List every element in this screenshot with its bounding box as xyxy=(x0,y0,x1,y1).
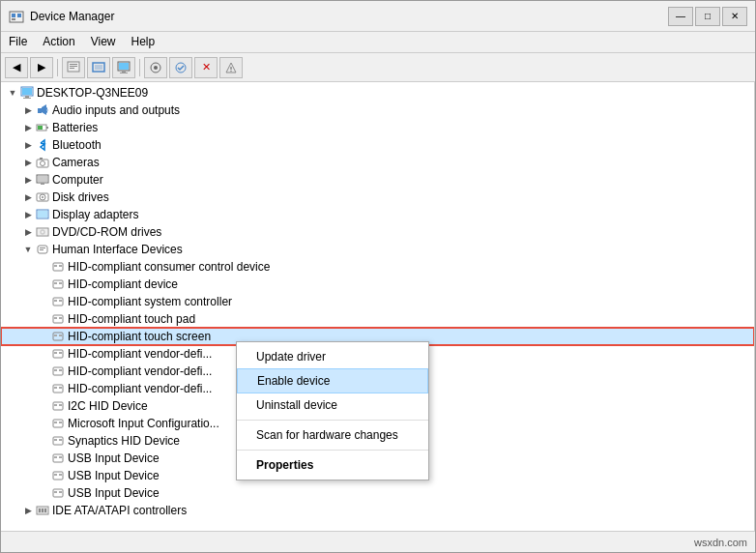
hid-touchpad-spacer xyxy=(36,311,51,327)
back-button[interactable]: ◀ xyxy=(5,57,28,78)
menu-view[interactable]: View xyxy=(83,32,124,52)
i2c-spacer xyxy=(36,398,51,414)
audio-expand-icon[interactable]: ▶ xyxy=(20,102,36,118)
svg-rect-32 xyxy=(38,176,47,182)
tree-item-hid[interactable]: ▼ Human Interface Devices xyxy=(1,241,754,258)
hid-vendor2-spacer xyxy=(36,364,51,379)
dvd-expand-icon[interactable]: ▶ xyxy=(20,224,36,240)
svg-rect-59 xyxy=(59,335,62,336)
uninstall-button[interactable]: ✕ xyxy=(194,57,218,78)
close-button[interactable]: ✕ xyxy=(722,7,747,26)
tree-item-hid-touchpad[interactable]: HID-compliant touch pad xyxy=(1,310,754,328)
hid-vendor3-spacer xyxy=(36,381,51,396)
svg-rect-71 xyxy=(59,404,62,406)
tree-item-batteries[interactable]: ▶ Batteries xyxy=(1,119,754,136)
menu-help[interactable]: Help xyxy=(124,32,163,52)
computer-dev-icon xyxy=(36,173,49,187)
ctx-uninstall-device[interactable]: Uninstall device xyxy=(237,393,428,417)
tree-item-diskdrives[interactable]: ▶ Disk drives xyxy=(1,189,754,206)
menu-file[interactable]: File xyxy=(1,32,35,52)
main-content: ▼ DESKTOP-Q3NEE09 ▶ xyxy=(1,82,755,531)
hid-label: Human Interface Devices xyxy=(52,243,183,256)
minimize-button[interactable]: — xyxy=(668,7,693,26)
tree-root[interactable]: ▼ DESKTOP-Q3NEE09 xyxy=(1,84,754,102)
title-bar: Device Manager — □ ✕ xyxy=(1,1,755,32)
tree-item-display[interactable]: ▶ Display adapters xyxy=(1,206,754,223)
svg-rect-76 xyxy=(54,439,57,441)
svg-rect-70 xyxy=(54,404,57,406)
menu-action[interactable]: Action xyxy=(35,32,82,52)
scan-hardware-button[interactable] xyxy=(219,57,243,78)
computer-button[interactable] xyxy=(112,57,135,78)
update-driver-button[interactable] xyxy=(144,57,167,78)
audio-label: Audio inputs and outputs xyxy=(52,103,180,117)
ctx-update-driver[interactable]: Update driver xyxy=(237,345,428,368)
ctx-scan-hardware[interactable]: Scan for hardware changes xyxy=(237,423,428,447)
properties-button[interactable] xyxy=(62,57,85,78)
svg-rect-7 xyxy=(70,68,74,69)
hid-vendor2-label: HID-compliant vendor-defi... xyxy=(68,364,212,378)
synaptics-icon xyxy=(51,434,65,448)
status-bar: wsxdn.com xyxy=(1,531,755,552)
usb1-spacer xyxy=(36,451,51,466)
svg-rect-13 xyxy=(120,73,128,73)
disk-expand-icon[interactable]: ▶ xyxy=(20,189,36,205)
scan-button[interactable] xyxy=(87,57,110,78)
ctx-properties[interactable]: Properties xyxy=(237,453,428,477)
tree-item-usb3[interactable]: USB Input Device xyxy=(1,484,754,502)
toolbar-separator-1 xyxy=(57,59,58,76)
hid-expand-icon[interactable]: ▼ xyxy=(20,242,36,257)
display-expand-icon[interactable]: ▶ xyxy=(20,207,36,222)
hid-device-label: HID-compliant device xyxy=(68,277,178,291)
svg-rect-83 xyxy=(59,474,62,476)
usb3-icon xyxy=(51,486,65,500)
synaptics-spacer xyxy=(36,433,51,449)
svg-point-15 xyxy=(154,66,158,70)
ctx-enable-device[interactable]: Enable device xyxy=(237,368,428,393)
svg-rect-2 xyxy=(17,14,21,17)
svg-rect-44 xyxy=(40,249,44,250)
cameras-expand-icon[interactable]: ▶ xyxy=(20,155,36,170)
device-manager-window: Device Manager — □ ✕ File Action View He… xyxy=(0,0,756,553)
hid-touchscreen-label: HID-compliant touch screen xyxy=(68,330,211,343)
ctx-separator-2 xyxy=(237,450,428,451)
window-controls: — □ ✕ xyxy=(668,7,747,26)
tree-item-computer[interactable]: ▶ Computer xyxy=(1,171,754,189)
tree-item-cameras[interactable]: ▶ Cameras xyxy=(1,154,754,171)
root-expand-icon[interactable]: ▼ xyxy=(5,85,20,101)
cameras-label: Cameras xyxy=(52,156,100,169)
hid-vendor3-label: HID-compliant vendor-defi... xyxy=(68,382,212,395)
tree-item-hid-device[interactable]: HID-compliant device xyxy=(1,276,754,293)
audio-icon xyxy=(36,103,49,117)
svg-rect-53 xyxy=(59,300,62,302)
ide-expand-icon[interactable]: ▶ xyxy=(20,503,36,518)
enable-button[interactable] xyxy=(169,57,192,78)
hid-touchscreen-icon xyxy=(51,330,65,343)
svg-rect-90 xyxy=(42,509,44,512)
bluetooth-label: Bluetooth xyxy=(52,138,102,152)
bluetooth-expand-icon[interactable]: ▶ xyxy=(20,137,36,153)
tree-view[interactable]: ▼ DESKTOP-Q3NEE09 ▶ xyxy=(1,82,755,531)
root-label: DESKTOP-Q3NEE09 xyxy=(37,86,148,100)
forward-button[interactable]: ▶ xyxy=(30,57,53,78)
maximize-button[interactable]: □ xyxy=(695,7,720,26)
tree-item-ide[interactable]: ▶ IDE ATA/ATAPI controllers xyxy=(1,502,754,519)
tree-item-hid-consumer[interactable]: HID-compliant consumer control device xyxy=(1,258,754,276)
tree-item-bluetooth[interactable]: ▶ Bluetooth xyxy=(1,136,754,154)
svg-rect-33 xyxy=(41,183,44,185)
usb1-icon xyxy=(51,451,65,465)
svg-rect-58 xyxy=(54,335,57,336)
status-text: wsxdn.com xyxy=(694,537,747,548)
ide-label: IDE ATA/ATAPI controllers xyxy=(52,504,187,517)
svg-point-36 xyxy=(42,196,44,198)
tree-item-audio[interactable]: ▶ Audio inputs and outputs xyxy=(1,102,754,119)
hid-touchscreen-spacer xyxy=(36,329,51,344)
tree-item-hid-syscontroller[interactable]: HID-compliant system controller xyxy=(1,293,754,310)
computer-expand-icon[interactable]: ▶ xyxy=(20,172,36,188)
window-title: Device Manager xyxy=(30,10,668,23)
tree-item-dvd[interactable]: ▶ DVD/CD-ROM drives xyxy=(1,223,754,241)
msconfig-spacer xyxy=(36,416,51,431)
context-menu: Update driver Enable device Uninstall de… xyxy=(236,341,429,480)
usb2-spacer xyxy=(36,468,51,483)
batteries-expand-icon[interactable]: ▶ xyxy=(20,120,36,135)
